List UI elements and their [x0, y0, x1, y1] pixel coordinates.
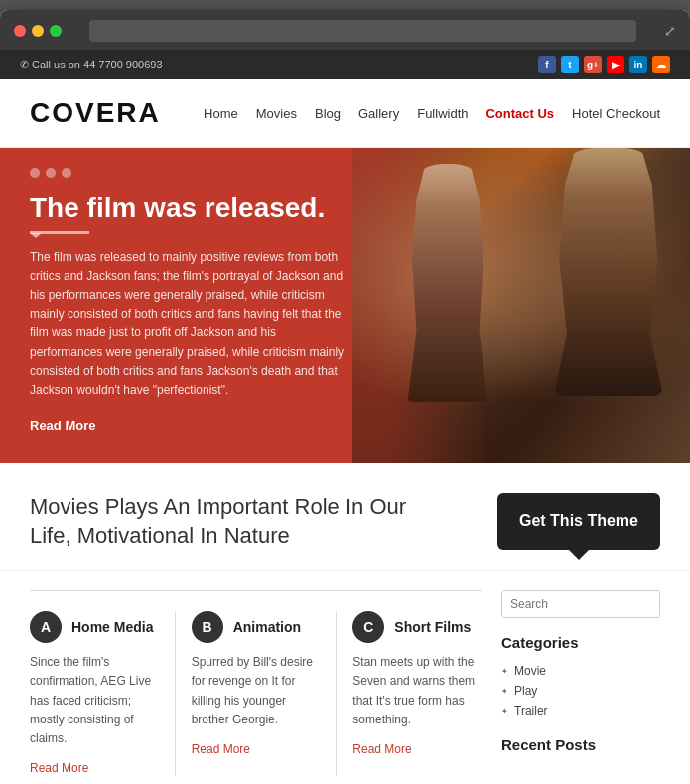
article-title-2: Animation — [233, 619, 301, 635]
hero-body: The film was released to mainly positive… — [30, 248, 347, 401]
hero-dots — [30, 168, 347, 178]
sidebar: 🔍 Categories Movie Play Trailer Recent P… — [501, 590, 660, 776]
tagline-section: Movies Plays An Important Role In Our Li… — [0, 463, 690, 571]
nav-gallery[interactable]: Gallery — [358, 106, 399, 121]
hero-dot-2[interactable] — [46, 168, 56, 178]
content-divider — [30, 590, 482, 591]
close-button[interactable] — [14, 25, 26, 37]
article-letter-1: A — [30, 611, 62, 643]
hero-image — [352, 148, 690, 463]
hero-dot-1[interactable] — [30, 168, 40, 178]
twitter-icon[interactable]: t — [561, 56, 579, 73]
article-card-2: B Animation Spurred by Bill's desire for… — [192, 611, 321, 776]
main-content: A Home Media Since the film's confirmati… — [0, 571, 690, 784]
googleplus-icon[interactable]: g+ — [584, 56, 602, 73]
categories-list: Movie Play Trailer — [501, 661, 660, 720]
youtube-icon[interactable]: ▶ — [607, 56, 624, 73]
linkedin-icon[interactable]: in — [629, 56, 647, 73]
hero-content: The film was released. The film was rele… — [30, 168, 347, 434]
nav-home[interactable]: Home — [204, 106, 238, 121]
hero-title: The film was released. — [30, 192, 347, 225]
article-letter-2: B — [192, 611, 223, 643]
article-read-more-2[interactable]: Read More — [192, 742, 250, 756]
articles-row: A Home Media Since the film's confirmati… — [30, 611, 482, 776]
browser-chrome: ⤢ — [0, 10, 690, 50]
article-text-3: Stan meets up with the Seven and warns t… — [352, 653, 482, 729]
minimize-button[interactable] — [32, 25, 44, 37]
content-area: A Home Media Since the film's confirmati… — [30, 590, 482, 776]
recent-posts-title: Recent Posts — [501, 736, 660, 753]
articles-divider-2 — [336, 611, 337, 776]
facebook-icon[interactable]: f — [538, 56, 556, 73]
article-letter-3: C — [352, 611, 384, 643]
expand-icon[interactable]: ⤢ — [664, 23, 676, 39]
article-title-1: Home Media — [71, 619, 153, 635]
category-trailer[interactable]: Trailer — [501, 701, 660, 720]
article-title-3: Short Films — [394, 619, 471, 635]
site-logo[interactable]: COVERA — [30, 97, 161, 129]
hero-dot-3[interactable] — [62, 168, 71, 178]
article-text-2: Spurred by Bill's desire for revenge on … — [192, 653, 321, 729]
get-theme-button[interactable]: Get This Theme — [497, 493, 660, 550]
character-male — [554, 148, 663, 396]
hero-characters — [352, 148, 690, 463]
tagline-text: Movies Plays An Important Role In Our Li… — [30, 493, 407, 550]
site-header: COVERA Home Movies Blog Gallery Fullwidt… — [0, 79, 690, 148]
nav-contact[interactable]: Contact Us — [485, 106, 554, 121]
search-input[interactable] — [502, 591, 660, 617]
articles-divider-1 — [175, 611, 176, 776]
article-header-2: B Animation — [192, 611, 321, 643]
article-card-3: C Short Films Stan meets up with the Sev… — [352, 611, 482, 776]
top-bar: ✆ Call us on 44 7700 900693 f t g+ ▶ in … — [0, 50, 690, 79]
search-bar: 🔍 — [501, 590, 660, 618]
browser-window: ⤢ ✆ Call us on 44 7700 900693 f t g+ ▶ i… — [0, 10, 690, 784]
hero-read-more-link[interactable]: Read More — [30, 418, 95, 433]
article-read-more-1[interactable]: Read More — [30, 761, 88, 775]
traffic-lights — [14, 25, 62, 37]
article-read-more-3[interactable]: Read More — [352, 742, 411, 756]
category-play[interactable]: Play — [501, 681, 660, 701]
article-header-1: A Home Media — [30, 611, 159, 643]
hero-section: The film was released. The film was rele… — [0, 148, 690, 463]
article-header-3: C Short Films — [352, 611, 482, 643]
nav-hotel-checkout[interactable]: Hotel Checkout — [572, 106, 660, 121]
maximize-button[interactable] — [50, 25, 62, 37]
address-bar[interactable] — [89, 20, 636, 42]
hero-divider — [30, 231, 89, 234]
rss-icon[interactable]: ☁ — [652, 56, 670, 73]
phone-label: ✆ Call us on 44 7700 900693 — [20, 59, 163, 71]
character-female — [403, 164, 492, 402]
article-card-1: A Home Media Since the film's confirmati… — [30, 611, 159, 776]
main-nav: Home Movies Blog Gallery Fullwidth Conta… — [204, 106, 660, 121]
categories-title: Categories — [501, 634, 660, 651]
nav-movies[interactable]: Movies — [256, 106, 297, 121]
nav-blog[interactable]: Blog — [315, 106, 341, 121]
category-movie[interactable]: Movie — [501, 661, 660, 681]
top-bar-left: ✆ Call us on 44 7700 900693 — [20, 59, 163, 71]
article-text-1: Since the film's confirmation, AEG Live … — [30, 653, 159, 748]
social-icons: f t g+ ▶ in ☁ — [538, 56, 670, 73]
nav-fullwidth[interactable]: Fullwidth — [417, 106, 468, 121]
